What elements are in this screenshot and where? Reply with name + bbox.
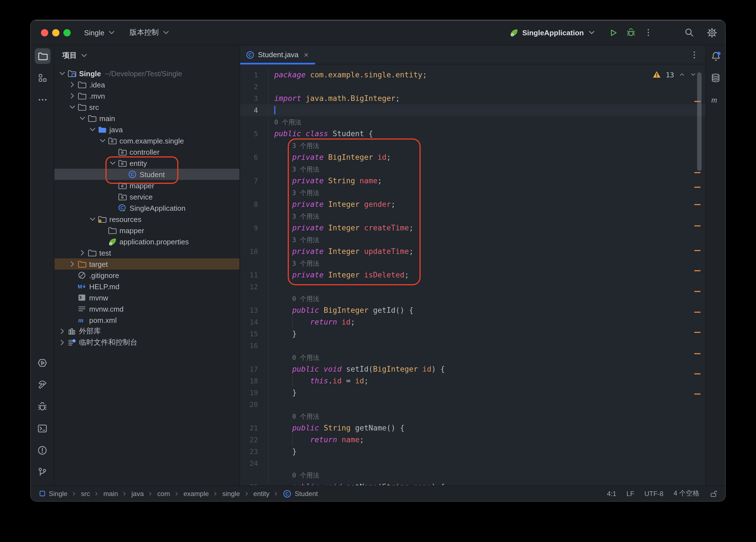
usages-inlay-hint[interactable]: 0 个用法: [274, 471, 319, 479]
terminal-tool-button[interactable]: [34, 420, 50, 436]
more-actions-button[interactable]: [644, 28, 653, 37]
inlay-hint-row[interactable]: 3 个用法: [240, 163, 706, 175]
structure-tool-button[interactable]: [34, 70, 50, 86]
tree-item-.idea[interactable]: .idea: [54, 79, 239, 90]
line-number[interactable]: 3: [240, 93, 269, 104]
version-control-tool-button[interactable]: [34, 464, 50, 480]
chevron-right-icon[interactable]: [58, 327, 67, 336]
run-configuration-widget[interactable]: SingleApplication: [522, 28, 596, 37]
tree-item-com.example.single[interactable]: com.example.single: [54, 135, 239, 146]
line-number[interactable]: 5: [240, 128, 269, 140]
tree-item-help.md[interactable]: MHELP.md: [54, 281, 239, 292]
line-number[interactable]: 1: [240, 69, 269, 81]
line-number[interactable]: [240, 410, 269, 422]
breadcrumb-item-single[interactable]: Single: [39, 490, 68, 497]
warning-stripe-mark[interactable]: [694, 311, 700, 313]
line-number[interactable]: 13: [240, 304, 269, 316]
line-number[interactable]: [240, 257, 269, 269]
tree-item-mvnw.cmd[interactable]: mvnw.cmd: [54, 303, 239, 314]
tree-item-mapper[interactable]: mapper: [54, 180, 239, 191]
line-number[interactable]: [240, 292, 269, 304]
tree-item--[interactable]: 外部库: [54, 326, 239, 337]
warning-stripe-mark[interactable]: [694, 225, 700, 227]
code-line[interactable]: 11 private Integer isDeleted;: [240, 269, 706, 281]
chevron-down-icon[interactable]: [88, 125, 97, 134]
project-tool-button[interactable]: [34, 48, 50, 64]
database-tool-button[interactable]: [709, 72, 722, 84]
tree-item-single[interactable]: Single~/Developer/Test/Single: [54, 68, 239, 79]
inlay-hint-row[interactable]: 0 个用法: [240, 116, 706, 128]
code-line[interactable]: 12: [240, 281, 706, 292]
line-number[interactable]: 15: [240, 328, 269, 340]
line-number[interactable]: [240, 469, 269, 481]
chevron-down-icon[interactable]: [58, 69, 67, 78]
inlay-hint-row[interactable]: 0 个用法: [240, 410, 706, 422]
usages-inlay-hint[interactable]: 0 个用法: [274, 294, 319, 302]
caret-position-widget[interactable]: 4:1: [607, 490, 616, 497]
vcs-widget[interactable]: 版本控制: [130, 27, 170, 38]
encoding-widget[interactable]: UTF-8: [644, 490, 663, 497]
tree-item-entity[interactable]: entity: [54, 158, 239, 169]
inlay-hint-row[interactable]: 3 个用法: [240, 257, 706, 269]
line-number[interactable]: 24: [240, 457, 269, 469]
line-number[interactable]: [240, 187, 269, 199]
warning-stripe-mark[interactable]: [694, 291, 700, 292]
breadcrumb-item-java[interactable]: java: [132, 490, 144, 497]
code-line[interactable]: 1package com.example.single.entity;: [240, 69, 706, 81]
inlay-hint-row[interactable]: 3 个用法: [240, 210, 706, 222]
line-number[interactable]: [240, 116, 269, 128]
tree-item-java[interactable]: java: [54, 124, 239, 135]
code-line[interactable]: 19 }: [240, 387, 706, 398]
tree-item-mapper[interactable]: mapper: [54, 225, 239, 236]
inlay-hint-row[interactable]: 0 个用法: [240, 292, 706, 304]
line-number[interactable]: 2: [240, 81, 269, 93]
run-tool-button[interactable]: [34, 355, 50, 370]
warning-stripe-mark[interactable]: [694, 204, 700, 205]
debug-tool-button[interactable]: [34, 398, 50, 414]
warning-stripe-mark[interactable]: [694, 172, 700, 173]
warning-stripe-mark[interactable]: [694, 250, 700, 251]
code-line[interactable]: 25 public void setName(String name) {: [240, 481, 706, 485]
usages-inlay-hint[interactable]: 3 个用法: [274, 189, 319, 197]
code-line[interactable]: 4: [240, 104, 706, 116]
usages-inlay-hint[interactable]: 3 个用法: [274, 236, 319, 244]
code-line[interactable]: 8 private Integer gender;: [240, 199, 706, 210]
editor-scrollbar[interactable]: [697, 72, 702, 171]
code-line[interactable]: 22 return name;: [240, 434, 706, 446]
run-button[interactable]: [609, 28, 618, 37]
tree-item-.mvn[interactable]: .mvn: [54, 90, 239, 102]
code-line[interactable]: 9 private Integer createTime;: [240, 222, 706, 234]
tree-item-student[interactable]: CStudent: [54, 169, 239, 180]
code-line[interactable]: 14 return id;: [240, 316, 706, 328]
line-number[interactable]: 16: [240, 340, 269, 351]
tab-student-java[interactable]: C Student.java: [240, 45, 315, 64]
minimize-window-button[interactable]: [52, 29, 59, 36]
chevron-right-icon[interactable]: [58, 338, 67, 347]
maven-tool-button[interactable]: m: [709, 94, 722, 106]
problems-tool-button[interactable]: [34, 442, 50, 458]
code-line[interactable]: 17 public void setId(BigInteger id) {: [240, 363, 706, 375]
indent-widget[interactable]: 4 个空格: [674, 489, 699, 498]
line-number[interactable]: 14: [240, 316, 269, 328]
breadcrumb-item-com[interactable]: com: [157, 490, 170, 497]
line-number[interactable]: [240, 351, 269, 363]
chevron-right-icon[interactable]: [68, 91, 77, 100]
line-number[interactable]: 19: [240, 387, 269, 398]
line-number[interactable]: 20: [240, 398, 269, 410]
project-widget[interactable]: Single: [84, 28, 116, 37]
chevron-right-icon[interactable]: [68, 260, 77, 269]
close-tab-icon[interactable]: [303, 51, 310, 58]
chevron-down-icon[interactable]: [88, 215, 97, 224]
breadcrumb-item-example[interactable]: example: [183, 490, 209, 497]
code-line[interactable]: 16: [240, 340, 706, 351]
line-number[interactable]: 8: [240, 199, 269, 210]
code-line[interactable]: 24: [240, 457, 706, 469]
usages-inlay-hint[interactable]: 0 个用法: [274, 412, 319, 420]
inlay-hint-row[interactable]: 3 个用法: [240, 187, 706, 199]
usages-inlay-hint[interactable]: 0 个用法: [274, 118, 301, 126]
line-number[interactable]: 22: [240, 434, 269, 446]
warning-stripe-mark[interactable]: [694, 270, 700, 271]
line-number[interactable]: 23: [240, 446, 269, 457]
tree-item-resources[interactable]: resources: [54, 214, 239, 225]
inlay-hint-row[interactable]: 3 个用法: [240, 140, 706, 151]
